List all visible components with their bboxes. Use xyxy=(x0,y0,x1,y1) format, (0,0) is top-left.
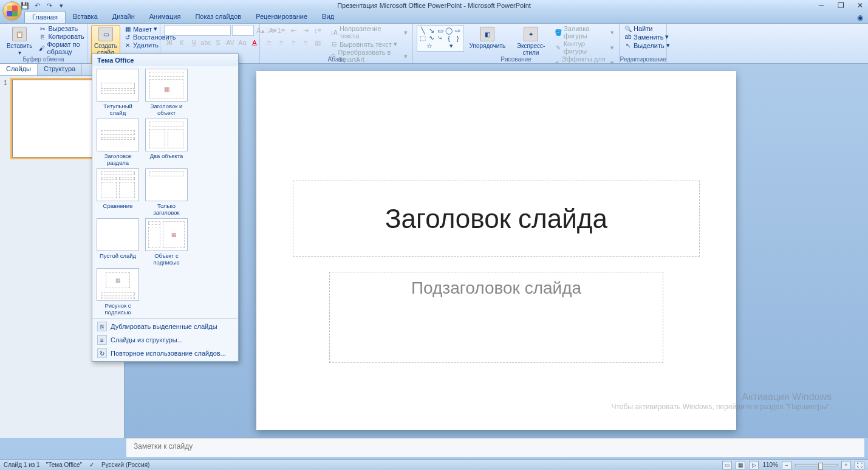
spellcheck-icon[interactable]: ✓ xyxy=(88,461,95,469)
maximize-button[interactable]: ❐ xyxy=(835,1,846,10)
zoom-in-button[interactable]: + xyxy=(841,461,851,469)
star-shape-icon[interactable]: ☆ xyxy=(425,43,434,50)
layout-option-6[interactable]: Пустой слайд xyxy=(95,218,141,266)
language-indicator[interactable]: Русский (Россия) xyxy=(101,461,149,468)
thumb-number: 1 xyxy=(4,80,10,157)
new-slide-icon: ▭ xyxy=(98,27,113,41)
layout-option-3[interactable]: Два объекта xyxy=(143,119,190,166)
columns-button[interactable]: ▥ xyxy=(312,37,323,48)
brace2-shape-icon[interactable]: } xyxy=(454,35,462,42)
undo-icon[interactable]: ↶ xyxy=(33,1,41,10)
connector-shape-icon[interactable]: ⤷ xyxy=(436,35,445,42)
outline-icon: ✎ xyxy=(555,44,562,51)
arrange-icon: ◧ xyxy=(480,27,494,41)
zoom-slider[interactable] xyxy=(795,464,838,466)
qat-dropdown-icon[interactable]: ▾ xyxy=(57,1,66,10)
save-icon[interactable]: 💾 xyxy=(21,1,29,10)
bold-button[interactable]: Ж xyxy=(164,37,175,48)
duplicate-slides-item[interactable]: ⎘Дублировать выделенные слайды xyxy=(92,320,238,333)
curve-shape-icon[interactable]: ∿ xyxy=(428,35,436,42)
justify-button[interactable]: ≡ xyxy=(300,37,311,48)
tab-review[interactable]: Рецензирование xyxy=(248,11,315,23)
layout-option-1[interactable]: ▦Заголовок и объект xyxy=(143,69,190,116)
brace-shape-icon[interactable]: { xyxy=(445,35,453,42)
tab-design[interactable]: Дизайн xyxy=(105,11,142,23)
subtitle-placeholder[interactable]: Подзаголовок слайда xyxy=(329,272,663,363)
title-placeholder[interactable]: Заголовок слайда xyxy=(293,181,700,257)
bullets-button[interactable]: ⋮≡ xyxy=(264,25,275,36)
align-right-button[interactable]: ≡ xyxy=(288,37,299,48)
tab-home[interactable]: Главная xyxy=(24,11,66,23)
select-button[interactable]: ↖Выделить ▾ xyxy=(623,41,671,49)
tab-slideshow[interactable]: Показ слайдов xyxy=(188,11,248,23)
more-shapes-icon[interactable]: ▾ xyxy=(447,43,456,50)
oval-shape-icon[interactable]: ◯ xyxy=(445,27,453,34)
align-left-button[interactable]: ≡ xyxy=(264,37,275,48)
font-size-combo[interactable] xyxy=(232,25,254,36)
layout-icon: ▦ xyxy=(124,26,131,33)
find-button[interactable]: 🔍Найти xyxy=(623,25,671,32)
layout-option-7[interactable]: ▦Объект с подписью xyxy=(143,218,190,266)
slide[interactable]: Заголовок слайда Подзаголовок слайда xyxy=(256,71,736,430)
rect-shape-icon[interactable]: ▭ xyxy=(436,27,445,34)
textbox-shape-icon[interactable]: ⬚ xyxy=(419,35,427,42)
line-spacing-button[interactable]: ↕≡ xyxy=(312,25,323,36)
layout-label: Пустой слайд xyxy=(100,252,136,266)
copy-button[interactable]: ⎘Копировать xyxy=(38,33,85,40)
tab-animation[interactable]: Анимация xyxy=(142,11,188,23)
shape-outline-button[interactable]: ✎Контур фигуры ▾ xyxy=(553,40,615,55)
arrow2-shape-icon[interactable]: ⇨ xyxy=(454,27,462,34)
notes-pane[interactable]: Заметки к слайду xyxy=(126,438,864,457)
layout-option-8[interactable]: ▦Рисунок с подписью xyxy=(95,268,141,316)
layout-option-5[interactable]: Только заголовок xyxy=(143,168,190,216)
arrange-button[interactable]: ◧Упорядочить xyxy=(466,25,509,51)
fill-icon: 🪣 xyxy=(555,29,562,36)
layout-option-0[interactable]: Титульный слайд xyxy=(95,69,141,116)
font-family-combo[interactable] xyxy=(164,25,231,36)
fit-button[interactable]: ⛶ xyxy=(855,461,864,469)
sorter-view-button[interactable]: ▦ xyxy=(736,461,745,469)
text-direction-button[interactable]: ↕AНаправление текста ▾ xyxy=(329,25,409,40)
align-center-button[interactable]: ≡ xyxy=(276,37,287,48)
align-text-button[interactable]: ⊟Выровнять текст ▾ xyxy=(329,40,409,48)
underline-button[interactable]: Ч xyxy=(188,37,199,48)
slideshow-view-button[interactable]: ▷ xyxy=(749,461,759,469)
replace-icon: ab xyxy=(624,33,632,41)
office-button[interactable] xyxy=(2,1,22,21)
slides-tab[interactable]: Слайды xyxy=(0,64,38,75)
tab-insert[interactable]: Вставка xyxy=(66,11,105,23)
shadow-button[interactable]: S xyxy=(213,37,224,48)
paste-button[interactable]: 📋 Вставить▾ xyxy=(4,25,35,58)
indent-dec-button[interactable]: ⇤ xyxy=(288,25,299,36)
indent-inc-button[interactable]: ⇥ xyxy=(300,25,311,36)
shape-fill-button[interactable]: 🪣Заливка фигуры ▾ xyxy=(553,25,615,40)
tab-view[interactable]: Вид xyxy=(315,11,341,23)
outline-tab[interactable]: Структура xyxy=(38,64,82,75)
layout-option-2[interactable]: Заголовок раздела xyxy=(95,119,141,166)
close-button[interactable]: ✕ xyxy=(855,1,866,10)
char-spacing-button[interactable]: AV xyxy=(225,37,236,48)
slides-from-outline-item[interactable]: ≡Слайды из структуры... xyxy=(92,333,238,347)
strike-button[interactable]: abc xyxy=(200,37,211,48)
arrow-shape-icon[interactable]: ↘ xyxy=(428,27,436,34)
zoom-level[interactable]: 110% xyxy=(762,461,778,468)
shapes-gallery[interactable]: ╲↘▭◯⇨⬚ ∿⤷{}☆▾ xyxy=(417,25,464,52)
valign-icon: ⊟ xyxy=(330,41,338,48)
numbering-button[interactable]: 1≡ xyxy=(276,25,287,36)
font-color-button[interactable]: A xyxy=(249,37,260,48)
zoom-out-button[interactable]: − xyxy=(782,461,791,469)
help-icon[interactable]: ◉ xyxy=(857,13,863,22)
italic-button[interactable]: К xyxy=(176,37,187,48)
cut-button[interactable]: ✂Вырезать xyxy=(38,25,85,32)
redo-icon[interactable]: ↷ xyxy=(45,1,53,10)
quick-access-toolbar: 💾 ↶ ↷ ▾ xyxy=(21,1,66,10)
quick-styles-button[interactable]: ✦Экспресс-стили xyxy=(511,25,551,58)
minimize-button[interactable]: ─ xyxy=(816,1,827,10)
format-painter-button[interactable]: 🖌Формат по образцу xyxy=(38,41,85,55)
reuse-slides-item[interactable]: ↻Повторное использование слайдов... xyxy=(92,347,238,360)
change-case-button[interactable]: Aa xyxy=(237,37,248,48)
line-shape-icon[interactable]: ╲ xyxy=(419,27,427,34)
normal-view-button[interactable]: ▭ xyxy=(722,461,732,469)
replace-button[interactable]: abЗаменить ▾ xyxy=(623,33,671,41)
layout-option-4[interactable]: Сравнение xyxy=(95,168,141,216)
